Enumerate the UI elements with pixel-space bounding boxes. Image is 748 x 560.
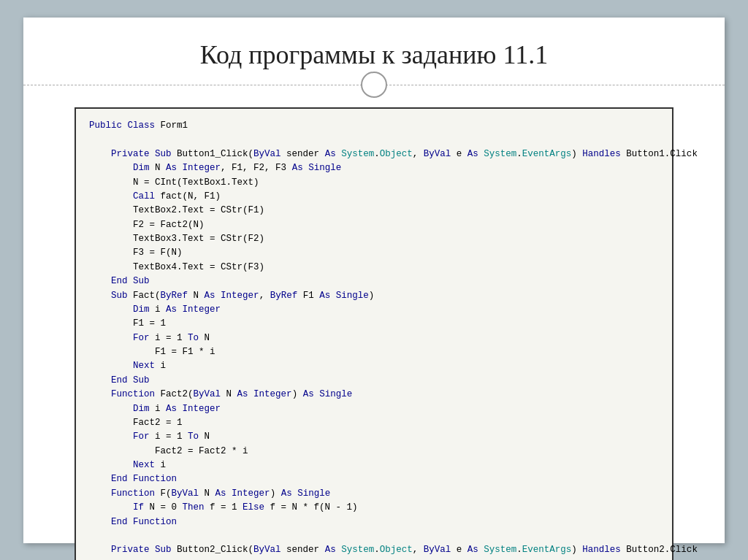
circle-connector: [361, 72, 387, 98]
title-area: Код программы к заданию 11.1: [23, 18, 725, 85]
slide-title: Код программы к заданию 11.1: [53, 39, 695, 70]
code-block: Public Class Form1 Private Sub Button1_C…: [75, 107, 673, 560]
slide-container: Код программы к заданию 11.1 Public Clas…: [23, 18, 725, 543]
content-area: Public Class Form1 Private Sub Button1_C…: [23, 85, 725, 560]
